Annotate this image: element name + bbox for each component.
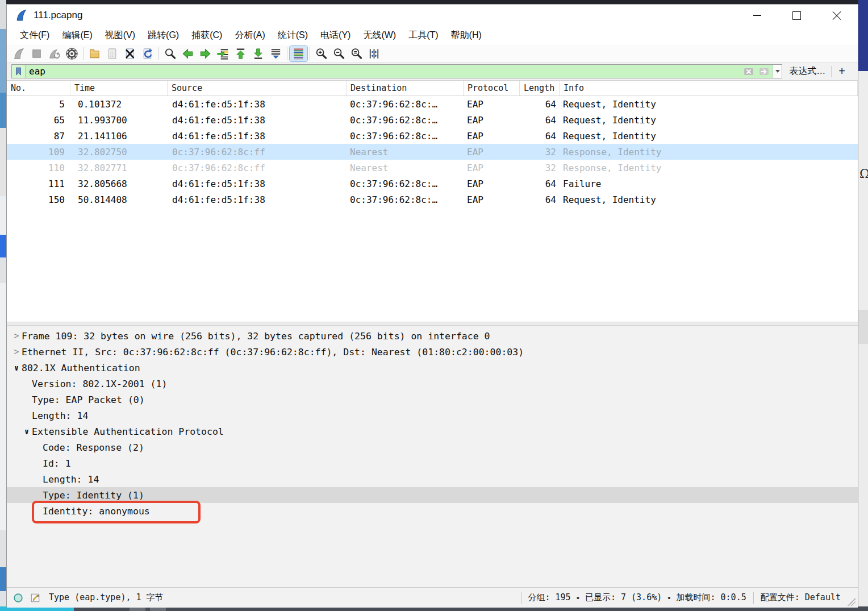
detail-line[interactable]: Identity: anonymous [7,503,858,519]
minimize-button[interactable] [744,5,770,26]
detail-line[interactable]: Code: Response (2) [7,439,858,455]
autoscroll-button[interactable] [267,46,285,61]
reload-file-button[interactable] [139,46,156,61]
menu-item[interactable]: 跳转(G) [141,27,185,44]
divider [521,592,521,604]
expression-button[interactable]: 表达式… [789,65,825,77]
menu-bar: 文件(F)编辑(E)视图(V)跳转(G)捕获(C)分析(A)统计(S)电话(Y)… [7,26,858,45]
open-file-button[interactable] [86,46,103,61]
filter-bar: 表达式… + [7,62,858,80]
menu-item[interactable]: 无线(W) [357,27,402,44]
filter-clear-button[interactable] [742,66,756,77]
resize-columns-button[interactable] [365,46,383,61]
pane-splitter[interactable] [7,322,858,326]
menu-item[interactable]: 分析(A) [228,27,271,44]
load-time: 加载时间: 0:0.5 [671,592,752,603]
find-packet-button[interactable] [161,46,179,61]
background-window-sliver-left [0,0,6,611]
zoom-in-button[interactable] [312,46,330,61]
packet-row[interactable]: 150 50.814408 d4:61:fe:d5:1f:38 0c:37:96… [7,192,858,207]
packet-row[interactable]: 87 21.141106 d4:61:fe:d5:1f:38 0c:37:96:… [7,128,858,144]
filter-dropdown-button[interactable] [773,65,782,78]
go-first-packet-button[interactable] [232,46,249,61]
detail-line[interactable]: Id: 1 [7,455,858,471]
capture-comment-button[interactable] [30,592,41,604]
close-file-button[interactable] [121,46,139,61]
toolbar-separator[interactable] [156,46,161,61]
toolbar-separator[interactable] [81,46,86,61]
restart-capture-button[interactable] [45,46,63,61]
add-filter-button[interactable]: + [832,65,852,78]
column-header[interactable]: Info [560,81,858,95]
displayed-count: 已显示: 7 (3.6%) [579,592,667,603]
packet-row[interactable]: 109 32.802750 0c:37:96:62:8c:ff Nearest … [7,144,858,160]
window-title: 111.pcapng [34,10,82,21]
maximize-button[interactable] [783,5,810,26]
menu-item[interactable]: 工具(T) [402,27,444,44]
capture-options-button[interactable] [63,46,81,61]
background-partial-text: Ω [859,167,868,181]
zoom-reset-button[interactable] [348,46,365,61]
display-filter-input[interactable] [26,66,742,77]
detail-line[interactable]: Extensible Authentication Protocol [7,423,858,439]
detail-line[interactable]: 802.1X Authentication [7,360,858,376]
detail-line[interactable]: Type: EAP Packet (0) [7,392,858,408]
menu-item[interactable]: 统计(S) [272,27,314,44]
toolbar-separator[interactable] [285,46,290,61]
bookmark-icon [14,66,23,76]
capture-file-properties-button[interactable] [12,592,24,604]
display-filter-box[interactable] [11,64,782,78]
goto-packet-button[interactable] [214,46,232,61]
save-file-button[interactable] [103,46,121,61]
main-toolbar [7,45,858,62]
column-header[interactable]: Time [70,81,168,95]
profile-selector[interactable]: 配置文件: Default [755,592,846,603]
status-bar-right: 分组: 195 • 已显示: 7 (3.6%) • 加载时间: 0:0.5 配置… [520,588,858,608]
detail-line[interactable]: Frame 109: 32 bytes on wire (256 bits), … [7,328,858,344]
packet-rows: 5 0.101372 d4:61:fe:d5:1f:38 0c:37:96:62… [7,96,858,207]
detail-line[interactable]: Length: 14 [7,408,858,423]
packet-row[interactable]: 111 32.805668 d4:61:fe:d5:1f:38 0c:37:96… [7,176,858,192]
column-header[interactable]: Protocol [464,81,520,95]
background-window-sliver-right: Ω [858,0,868,611]
packet-row[interactable]: 110 32.802771 0c:37:96:62:8c:ff Nearest … [7,160,858,176]
go-back-button[interactable] [179,46,197,61]
menu-item[interactable]: 视图(V) [99,27,141,44]
menu-item[interactable]: 文件(F) [14,27,56,44]
menu-item[interactable]: 编辑(E) [56,27,98,44]
divider [753,592,754,604]
packet-row[interactable]: 5 0.101372 d4:61:fe:d5:1f:38 0c:37:96:62… [7,96,858,112]
go-forward-button[interactable] [197,46,214,61]
expander-icon[interactable] [11,331,22,341]
menu-item[interactable]: 帮助(H) [445,27,488,44]
zoom-out-button[interactable] [330,46,348,61]
title-bar[interactable]: 111.pcapng [7,5,858,26]
packet-list-header: No.TimeSourceDestinationProtocolLengthIn… [7,81,858,96]
column-header[interactable]: No. [7,81,70,95]
filter-apply-button[interactable] [757,66,771,77]
menu-item[interactable]: 电话(Y) [314,27,357,44]
expander-icon[interactable] [11,363,22,372]
capture-info-icon [12,592,24,604]
window-controls [744,5,858,26]
detail-line[interactable]: Length: 14 [7,471,858,487]
toolbar-separator[interactable] [307,46,312,61]
colorize-button[interactable] [290,46,307,61]
resize-grip[interactable] [848,598,856,606]
expander-icon[interactable] [22,427,32,436]
packet-row[interactable]: 65 11.993700 d4:61:fe:d5:1f:38 0c:37:96:… [7,112,858,128]
expander-icon[interactable] [11,347,22,357]
start-capture-button[interactable] [10,46,28,61]
detail-line[interactable]: Version: 802.1X-2001 (1) [7,376,858,392]
stop-capture-button[interactable] [28,46,45,61]
column-header[interactable]: Length [520,81,560,95]
column-header[interactable]: Source [168,81,347,95]
menu-item[interactable]: 捕获(C) [185,27,228,44]
detail-line[interactable]: Ethernet II, Src: 0c:37:96:62:8c:ff (0c:… [7,344,858,360]
filter-bookmark-button[interactable] [12,65,26,78]
go-last-packet-button[interactable] [249,46,267,61]
close-button[interactable] [823,5,850,26]
field-status-text: Type (eap.type), 1 字节 [49,592,164,603]
column-header[interactable]: Destination [347,81,464,95]
packet-list-pane: No.TimeSourceDestinationProtocolLengthIn… [7,80,858,322]
